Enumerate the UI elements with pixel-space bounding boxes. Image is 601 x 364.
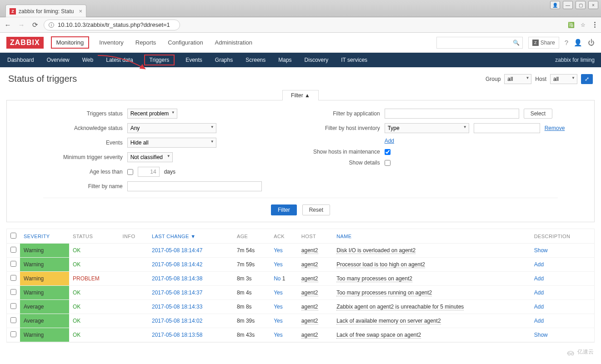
trigger-name-link[interactable]: Too many processes on agent2: [336, 275, 412, 282]
sub-menu-item-maps[interactable]: Maps: [277, 55, 292, 65]
trigger-name-link[interactable]: Too many processes running on agent2: [336, 289, 432, 296]
close-tab-icon[interactable]: ×: [79, 8, 82, 15]
sub-menu-item-events[interactable]: Events: [185, 55, 203, 65]
remove-inventory-link[interactable]: Remove: [545, 125, 565, 131]
last-change-link[interactable]: 2017-05-08 18:14:37: [152, 289, 202, 296]
main-menu-item-inventory[interactable]: Inventory: [98, 37, 124, 48]
ack-link[interactable]: No: [274, 275, 280, 282]
description-action-link[interactable]: Add: [534, 304, 544, 310]
maintenance-checkbox[interactable]: [385, 149, 391, 155]
min-severity-select[interactable]: Not classified: [127, 152, 173, 162]
main-menu-item-configuration[interactable]: Configuration: [167, 37, 204, 48]
host-link[interactable]: agent2: [301, 332, 318, 339]
inventory-value-input[interactable]: [474, 123, 540, 133]
ack-link[interactable]: Yes: [274, 304, 283, 310]
trigger-name-link[interactable]: Disk I/O is overloaded on agent2: [336, 247, 416, 254]
select-app-button[interactable]: Select: [524, 109, 552, 119]
user-icon[interactable]: 👤: [574, 39, 582, 47]
forward-button-icon[interactable]: →: [16, 20, 26, 30]
ack-link[interactable]: Yes: [274, 318, 283, 324]
row-checkbox[interactable]: [10, 247, 16, 253]
host-link[interactable]: agent2: [301, 275, 318, 282]
host-link[interactable]: agent2: [301, 318, 318, 324]
last-change-link[interactable]: 2017-05-08 18:14:38: [152, 275, 202, 282]
global-search-input[interactable]: 🔍: [436, 37, 523, 49]
col-name[interactable]: NAME: [333, 229, 531, 244]
host-select[interactable]: all: [550, 74, 577, 84]
row-checkbox[interactable]: [10, 331, 16, 337]
sub-menu-item-graphs[interactable]: Graphs: [214, 55, 234, 65]
description-action-link[interactable]: Show: [534, 247, 548, 254]
host-link[interactable]: agent2: [301, 261, 318, 268]
trigger-name-link[interactable]: Lack of available memory on server agent…: [336, 318, 441, 324]
trigger-name-link[interactable]: Processor load is too high on agent2: [336, 261, 425, 268]
host-link[interactable]: agent2: [301, 289, 318, 296]
filter-button[interactable]: Filter: [271, 204, 297, 215]
row-checkbox[interactable]: [10, 275, 16, 281]
row-checkbox[interactable]: [10, 289, 16, 295]
description-action-link[interactable]: Add: [534, 275, 544, 282]
events-select[interactable]: Hide all: [127, 138, 216, 148]
ack-link[interactable]: Yes: [274, 247, 283, 254]
sub-menu-item-triggers[interactable]: Triggers: [145, 55, 174, 65]
main-menu-item-administration[interactable]: Administration: [214, 37, 253, 48]
inventory-type-select[interactable]: Type: [385, 123, 469, 133]
row-checkbox[interactable]: [10, 317, 16, 323]
description-action-link[interactable]: Add: [534, 289, 544, 296]
sub-menu-item-dashboard[interactable]: Dashboard: [6, 55, 35, 65]
reset-button[interactable]: Reset: [302, 204, 330, 215]
last-change-link[interactable]: 2017-05-08 18:14:47: [152, 247, 202, 254]
window-maximize-icon[interactable]: ▢: [576, 1, 586, 9]
details-checkbox[interactable]: [385, 160, 391, 166]
main-menu-item-reports[interactable]: Reports: [135, 37, 157, 48]
add-inventory-link[interactable]: Add: [385, 138, 394, 144]
ack-link[interactable]: Yes: [274, 261, 283, 268]
back-button-icon[interactable]: ←: [3, 20, 13, 30]
reload-button-icon[interactable]: ⟳: [30, 20, 40, 30]
description-action-link[interactable]: Show: [534, 332, 548, 338]
filter-app-input[interactable]: [385, 109, 519, 119]
sub-menu-item-web[interactable]: Web: [81, 55, 94, 65]
zabbix-logo[interactable]: ZABBIX: [6, 37, 44, 49]
address-bar[interactable]: i 10.10.10.3/zabbix/tr_status.php?ddrese…: [44, 20, 180, 30]
share-button[interactable]: Z Share: [528, 37, 559, 49]
age-checkbox[interactable]: [127, 169, 133, 175]
ack-link[interactable]: Yes: [274, 289, 283, 296]
row-checkbox[interactable]: [10, 303, 16, 309]
window-minimize-icon[interactable]: —: [563, 1, 573, 9]
col-last-change[interactable]: LAST CHANGE ▼: [148, 229, 233, 244]
filter-toggle[interactable]: Filter ▲: [282, 90, 319, 100]
trigger-name-link[interactable]: Zabbix agent on agent2 is unreachable fo…: [336, 304, 464, 310]
sub-menu-item-screens[interactable]: Screens: [245, 55, 266, 65]
description-action-link[interactable]: Add: [534, 261, 544, 268]
host-link[interactable]: agent2: [301, 247, 318, 254]
col-severity[interactable]: SEVERITY: [20, 229, 69, 244]
main-menu-item-monitoring[interactable]: Monitoring: [52, 37, 89, 48]
logout-icon[interactable]: ⏻: [588, 39, 595, 46]
ack-status-select[interactable]: Any: [127, 123, 216, 133]
select-all-checkbox[interactable]: [10, 233, 16, 239]
group-select[interactable]: all: [504, 74, 531, 84]
browser-tab[interactable]: Z zabbix for liming: Statu ×: [5, 5, 86, 17]
sub-menu-item-latest-data[interactable]: Latest data: [105, 55, 134, 65]
last-change-link[interactable]: 2017-05-08 18:14:42: [152, 261, 202, 268]
last-change-link[interactable]: 2017-05-08 18:14:33: [152, 304, 202, 310]
triggers-status-select[interactable]: Recent problem: [127, 109, 177, 119]
trigger-name-link[interactable]: Lack of free swap space on agent2: [336, 332, 421, 339]
age-days-input[interactable]: [138, 167, 160, 177]
sub-menu-item-discovery[interactable]: Discovery: [304, 55, 330, 65]
last-change-link[interactable]: 2017-05-08 18:14:02: [152, 318, 202, 324]
host-link[interactable]: agent2: [301, 304, 318, 310]
sub-menu-item-it-services[interactable]: IT services: [340, 55, 368, 65]
fullscreen-button[interactable]: ⤢: [581, 74, 593, 84]
help-icon[interactable]: ?: [565, 39, 568, 46]
row-checkbox[interactable]: [10, 261, 16, 267]
filter-name-input[interactable]: [127, 181, 262, 191]
last-change-link[interactable]: 2017-05-08 18:13:58: [152, 332, 202, 338]
window-close-icon[interactable]: ×: [588, 1, 598, 9]
ack-link[interactable]: Yes: [274, 332, 283, 338]
bookmark-star-icon[interactable]: ☆: [579, 21, 586, 29]
translate-icon[interactable]: 🈯: [567, 21, 575, 29]
user-window-icon[interactable]: 👤: [550, 1, 560, 9]
site-info-icon[interactable]: i: [49, 22, 54, 28]
